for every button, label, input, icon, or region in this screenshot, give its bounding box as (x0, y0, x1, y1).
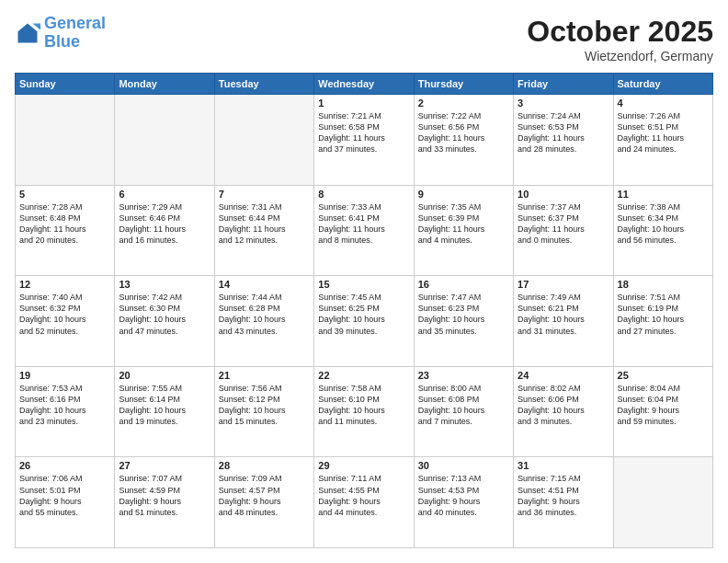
calendar-cell (214, 95, 313, 186)
calendar-cell: 20Sunrise: 7:55 AM Sunset: 6:14 PM Dayli… (115, 366, 214, 457)
day-detail: Sunrise: 7:51 AM Sunset: 6:19 PM Dayligh… (618, 292, 709, 337)
day-detail: Sunrise: 7:44 AM Sunset: 6:28 PM Dayligh… (219, 292, 310, 337)
day-number: 10 (518, 189, 609, 200)
location: Wietzendorf, Germany (527, 49, 713, 63)
calendar-cell: 12Sunrise: 7:40 AM Sunset: 6:32 PM Dayli… (16, 276, 115, 367)
day-detail: Sunrise: 7:33 AM Sunset: 6:41 PM Dayligh… (318, 201, 409, 247)
calendar-cell: 7Sunrise: 7:31 AM Sunset: 6:44 PM Daylig… (214, 185, 313, 276)
weekday-header-saturday: Saturday (613, 74, 712, 95)
calendar-cell: 23Sunrise: 8:00 AM Sunset: 6:08 PM Dayli… (414, 366, 513, 457)
day-detail: Sunrise: 7:37 AM Sunset: 6:37 PM Dayligh… (518, 201, 609, 247)
weekday-header-monday: Monday (115, 74, 214, 95)
logo: General Blue (15, 15, 106, 52)
day-number: 8 (318, 189, 409, 200)
day-number: 1 (318, 98, 409, 109)
week-row-1: 5Sunrise: 7:28 AM Sunset: 6:48 PM Daylig… (16, 185, 713, 276)
day-detail: Sunrise: 7:28 AM Sunset: 6:48 PM Dayligh… (19, 201, 110, 247)
day-number: 24 (518, 370, 609, 381)
day-number: 29 (318, 460, 409, 471)
calendar-cell: 31Sunrise: 7:15 AM Sunset: 4:51 PM Dayli… (514, 457, 613, 548)
day-number: 16 (418, 279, 509, 290)
calendar-cell: 21Sunrise: 7:56 AM Sunset: 6:12 PM Dayli… (214, 366, 313, 457)
calendar-cell: 28Sunrise: 7:09 AM Sunset: 4:57 PM Dayli… (214, 457, 313, 548)
day-number: 5 (19, 189, 110, 200)
day-number: 15 (318, 279, 409, 290)
day-detail: Sunrise: 7:40 AM Sunset: 6:32 PM Dayligh… (19, 292, 110, 337)
day-number: 14 (219, 279, 310, 290)
day-detail: Sunrise: 7:58 AM Sunset: 6:10 PM Dayligh… (318, 383, 409, 428)
title-block: October 2025 Wietzendorf, Germany (527, 15, 713, 63)
day-detail: Sunrise: 7:49 AM Sunset: 6:21 PM Dayligh… (518, 292, 609, 337)
day-number: 30 (418, 460, 509, 471)
logo-general: General (44, 14, 106, 32)
calendar-cell: 6Sunrise: 7:29 AM Sunset: 6:46 PM Daylig… (115, 185, 214, 276)
calendar-cell: 1Sunrise: 7:21 AM Sunset: 6:58 PM Daylig… (314, 95, 414, 186)
calendar-cell: 2Sunrise: 7:22 AM Sunset: 6:56 PM Daylig… (414, 95, 513, 186)
day-detail: Sunrise: 7:21 AM Sunset: 6:58 PM Dayligh… (318, 110, 409, 155)
month-title: October 2025 (527, 15, 713, 49)
weekday-header-friday: Friday (514, 74, 613, 95)
calendar-cell: 9Sunrise: 7:35 AM Sunset: 6:39 PM Daylig… (414, 185, 513, 276)
day-number: 2 (418, 98, 509, 109)
calendar-cell: 29Sunrise: 7:11 AM Sunset: 4:55 PM Dayli… (314, 457, 414, 548)
week-row-2: 12Sunrise: 7:40 AM Sunset: 6:32 PM Dayli… (16, 276, 713, 367)
calendar-cell: 19Sunrise: 7:53 AM Sunset: 6:16 PM Dayli… (16, 366, 115, 457)
weekday-header-wednesday: Wednesday (314, 74, 414, 95)
day-number: 19 (19, 370, 110, 381)
day-number: 12 (19, 279, 110, 290)
calendar-cell: 3Sunrise: 7:24 AM Sunset: 6:53 PM Daylig… (514, 95, 613, 186)
day-detail: Sunrise: 7:11 AM Sunset: 4:55 PM Dayligh… (318, 473, 409, 518)
calendar-cell: 14Sunrise: 7:44 AM Sunset: 6:28 PM Dayli… (214, 276, 313, 367)
week-row-0: 1Sunrise: 7:21 AM Sunset: 6:58 PM Daylig… (16, 95, 713, 186)
weekday-header-sunday: Sunday (16, 74, 115, 95)
day-number: 22 (318, 370, 409, 381)
header: General Blue October 2025 Wietzendorf, G… (15, 15, 713, 63)
day-number: 11 (618, 189, 709, 200)
calendar-cell: 26Sunrise: 7:06 AM Sunset: 5:01 PM Dayli… (16, 457, 115, 548)
day-number: 17 (518, 279, 609, 290)
day-number: 9 (418, 189, 509, 200)
week-row-3: 19Sunrise: 7:53 AM Sunset: 6:16 PM Dayli… (16, 366, 713, 457)
calendar-cell (613, 457, 712, 548)
day-detail: Sunrise: 7:24 AM Sunset: 6:53 PM Dayligh… (518, 110, 609, 155)
day-number: 6 (119, 189, 210, 200)
day-detail: Sunrise: 7:22 AM Sunset: 6:56 PM Dayligh… (418, 110, 509, 155)
day-number: 27 (119, 460, 210, 471)
calendar-cell: 16Sunrise: 7:47 AM Sunset: 6:23 PM Dayli… (414, 276, 513, 367)
calendar-cell: 4Sunrise: 7:26 AM Sunset: 6:51 PM Daylig… (613, 95, 712, 186)
day-number: 13 (119, 279, 210, 290)
day-detail: Sunrise: 7:45 AM Sunset: 6:25 PM Dayligh… (318, 292, 409, 337)
day-detail: Sunrise: 7:31 AM Sunset: 6:44 PM Dayligh… (219, 201, 310, 247)
day-detail: Sunrise: 7:35 AM Sunset: 6:39 PM Dayligh… (418, 201, 509, 247)
day-detail: Sunrise: 7:56 AM Sunset: 6:12 PM Dayligh… (219, 383, 310, 428)
day-detail: Sunrise: 7:07 AM Sunset: 4:59 PM Dayligh… (119, 473, 210, 518)
day-number: 3 (518, 98, 609, 109)
svg-marker-0 (18, 23, 38, 42)
calendar-cell: 5Sunrise: 7:28 AM Sunset: 6:48 PM Daylig… (16, 185, 115, 276)
calendar-cell: 15Sunrise: 7:45 AM Sunset: 6:25 PM Dayli… (314, 276, 414, 367)
calendar-cell: 24Sunrise: 8:02 AM Sunset: 6:06 PM Dayli… (514, 366, 613, 457)
logo-blue: Blue (44, 32, 80, 51)
day-number: 23 (418, 370, 509, 381)
day-detail: Sunrise: 7:09 AM Sunset: 4:57 PM Dayligh… (219, 473, 310, 518)
day-number: 28 (219, 460, 310, 471)
day-detail: Sunrise: 7:29 AM Sunset: 6:46 PM Dayligh… (119, 201, 210, 247)
day-detail: Sunrise: 8:02 AM Sunset: 6:06 PM Dayligh… (518, 383, 609, 428)
calendar-cell (115, 95, 214, 186)
calendar-cell: 22Sunrise: 7:58 AM Sunset: 6:10 PM Dayli… (314, 366, 414, 457)
day-detail: Sunrise: 7:55 AM Sunset: 6:14 PM Dayligh… (119, 383, 210, 428)
calendar-cell: 18Sunrise: 7:51 AM Sunset: 6:19 PM Dayli… (613, 276, 712, 367)
calendar-cell: 30Sunrise: 7:13 AM Sunset: 4:53 PM Dayli… (414, 457, 513, 548)
day-detail: Sunrise: 8:04 AM Sunset: 6:04 PM Dayligh… (618, 383, 709, 428)
week-row-4: 26Sunrise: 7:06 AM Sunset: 5:01 PM Dayli… (16, 457, 713, 548)
calendar-cell: 13Sunrise: 7:42 AM Sunset: 6:30 PM Dayli… (115, 276, 214, 367)
day-number: 31 (518, 460, 609, 471)
calendar-table: SundayMondayTuesdayWednesdayThursdayFrid… (15, 73, 713, 548)
day-detail: Sunrise: 7:26 AM Sunset: 6:51 PM Dayligh… (618, 110, 709, 155)
calendar-cell: 25Sunrise: 8:04 AM Sunset: 6:04 PM Dayli… (613, 366, 712, 457)
calendar-cell: 17Sunrise: 7:49 AM Sunset: 6:21 PM Dayli… (514, 276, 613, 367)
calendar-cell: 8Sunrise: 7:33 AM Sunset: 6:41 PM Daylig… (314, 185, 414, 276)
weekday-header-tuesday: Tuesday (214, 74, 313, 95)
logo-text: General Blue (44, 15, 106, 52)
day-detail: Sunrise: 7:42 AM Sunset: 6:30 PM Dayligh… (119, 292, 210, 337)
